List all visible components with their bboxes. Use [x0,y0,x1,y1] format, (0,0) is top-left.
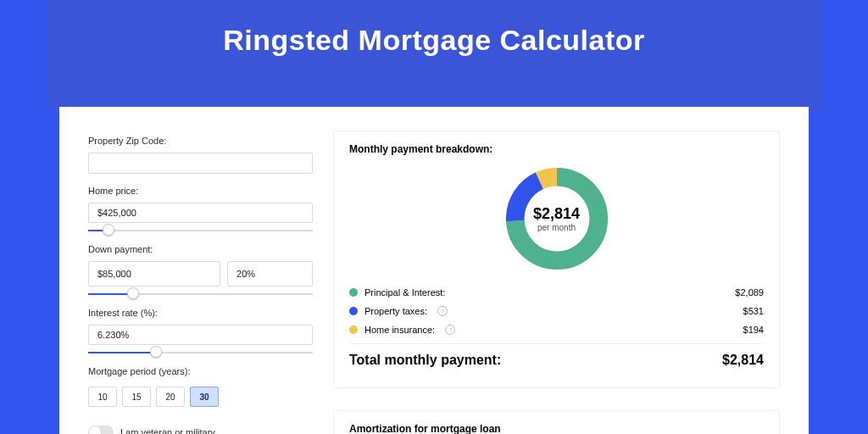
interest-rate-input[interactable] [88,325,313,346]
home-price-input[interactable] [88,203,313,224]
results-panel: Monthly payment breakdown: $2,814 per mo… [333,131,780,434]
down-payment-input[interactable] [88,261,220,287]
amortization-panel: Amortization for mortgage loan Amortizat… [333,410,780,434]
veteran-toggle[interactable] [88,426,114,434]
period-option-10[interactable]: 10 [88,387,117,407]
interest-rate-label: Interest rate (%): [88,308,313,318]
period-label: Mortgage period (years): [88,366,313,376]
legend-row: Principal & Interest:$2,089 [349,287,764,298]
donut-center-value: $2,814 [533,205,580,223]
total-value: $2,814 [722,353,764,368]
breakdown-legend: Principal & Interest:$2,089Property taxe… [349,287,764,335]
legend-dot-icon [349,307,358,315]
period-options: 10152030 [88,387,313,407]
period-option-30[interactable]: 30 [190,387,219,407]
form-panel: Property Zip Code: Home price: Down paym… [88,131,313,434]
legend-row: Property taxes:?$531 [349,306,764,316]
amortization-title: Amortization for mortgage loan [349,423,764,434]
legend-label: Home insurance: [364,325,435,335]
breakdown-donut-chart: $2,814 per month [502,164,612,274]
donut-center-sub: per month [537,223,576,232]
down-payment-label: Down payment: [88,244,313,254]
down-payment-slider[interactable] [88,292,313,296]
breakdown-title: Monthly payment breakdown: [349,143,764,155]
home-price-label: Home price: [88,186,313,196]
zip-input[interactable] [88,153,313,174]
veteran-label: I am veteran or military [120,427,215,434]
hero-banner: Ringsted Mortgage Calculator [47,0,821,110]
help-icon[interactable]: ? [445,325,455,335]
legend-label: Property taxes: [364,306,427,316]
legend-label: Principal & Interest: [364,287,445,298]
legend-row: Home insurance:?$194 [349,325,764,335]
down-payment-pct-input[interactable] [227,261,313,287]
page-title: Ringsted Mortgage Calculator [47,24,821,57]
zip-label: Property Zip Code: [88,136,313,146]
period-option-20[interactable]: 20 [156,387,185,407]
period-option-15[interactable]: 15 [122,387,151,407]
legend-value: $2,089 [735,287,764,298]
interest-rate-slider[interactable] [88,350,313,354]
help-icon[interactable]: ? [437,306,448,316]
legend-dot-icon [349,326,358,334]
total-label: Total monthly payment: [349,353,501,368]
legend-dot-icon [349,288,358,297]
calculator-card: Property Zip Code: Home price: Down paym… [59,107,809,434]
legend-value: $194 [743,325,764,335]
home-price-slider[interactable] [88,228,313,232]
legend-value: $531 [743,306,764,316]
